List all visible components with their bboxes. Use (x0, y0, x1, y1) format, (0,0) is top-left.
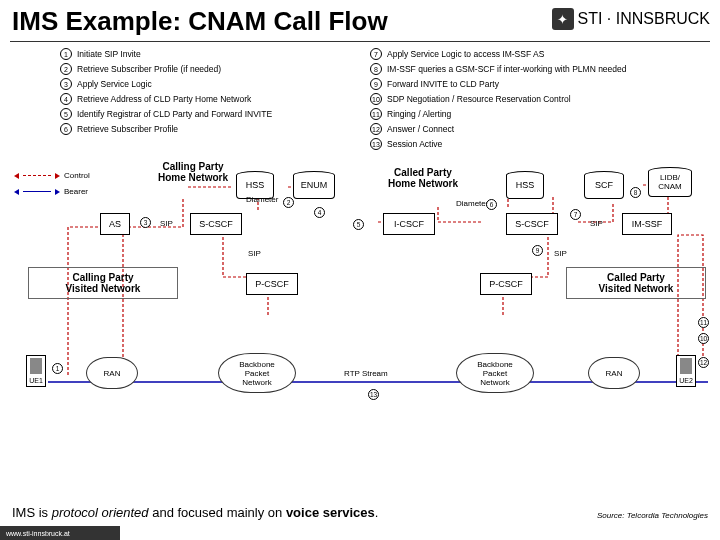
step-text: Forward INVITE to CLD Party (387, 79, 499, 89)
node-ran-2: RAN (588, 357, 640, 389)
step-number: 3 (60, 78, 72, 90)
node-lidb: LIDB/CNAM (648, 167, 692, 197)
source-credit: Source: Telcordia Technologies (597, 511, 708, 520)
step-marker-1: 1 (52, 363, 63, 374)
caption-text: IMS is protocol oriented and focused mai… (12, 505, 378, 520)
label-sip-3: SIP (248, 249, 261, 258)
step-marker-13: 13 (368, 389, 379, 400)
step-number: 11 (370, 108, 382, 120)
step-item: 4Retrieve Address of CLD Party Home Netw… (60, 93, 350, 105)
step-text: Session Active (387, 139, 442, 149)
step-item: 13Session Active (370, 138, 660, 150)
node-scf: SCF (584, 171, 624, 199)
running-icon: ✦ (552, 8, 574, 30)
step-number: 12 (370, 123, 382, 135)
step-item: 2Retrieve Subscriber Profile (if needed) (60, 63, 350, 75)
node-as: AS (100, 213, 130, 235)
node-ran-1: RAN (86, 357, 138, 389)
step-text: Apply Service Logic (77, 79, 152, 89)
node-ue2: UE2 (676, 355, 696, 387)
step-marker-11: 11 (698, 317, 709, 328)
step-text: Initiate SIP Invite (77, 49, 141, 59)
step-text: IM-SSF queries a GSM-SCF if inter-workin… (387, 64, 627, 74)
node-backbone-1: BackbonePacketNetwork (218, 353, 296, 393)
node-s-cscf-2: S-CSCF (506, 213, 558, 235)
step-item: 1Initiate SIP Invite (60, 48, 350, 60)
step-number: 5 (60, 108, 72, 120)
step-item: 9Forward INVITE to CLD Party (370, 78, 660, 90)
step-text: Apply Service Logic to access IM-SSF AS (387, 49, 544, 59)
step-item: 12Answer / Connect (370, 123, 660, 135)
step-item: 7Apply Service Logic to access IM-SSF AS (370, 48, 660, 60)
node-i-cscf: I-CSCF (383, 213, 435, 235)
step-marker-5: 5 (353, 219, 364, 230)
node-enum: ENUM (293, 171, 335, 199)
step-number: 2 (60, 63, 72, 75)
step-marker-6: 6 (486, 199, 497, 210)
node-backbone-2: BackbonePacketNetwork (456, 353, 534, 393)
step-item: 11Ringing / Alerting (370, 108, 660, 120)
label-rtp: RTP Stream (344, 369, 388, 378)
node-p-cscf-1: P-CSCF (246, 273, 298, 295)
step-item: 8IM-SSF queries a GSM-SCF if inter-worki… (370, 63, 660, 75)
step-item: 10SDP Negotiation / Resource Reservation… (370, 93, 660, 105)
step-number: 13 (370, 138, 382, 150)
step-item: 5Identify Registrar of CLD Party and For… (60, 108, 350, 120)
label-calling-visited: Calling PartyVisited Network (28, 267, 178, 299)
step-text: Retrieve Subscriber Profile (77, 124, 178, 134)
step-number: 6 (60, 123, 72, 135)
legend-control: Control (14, 171, 90, 180)
label-calling-home: Calling PartyHome Network (143, 159, 243, 185)
node-p-cscf-2: P-CSCF (480, 273, 532, 295)
step-marker-3: 3 (140, 217, 151, 228)
step-text: Answer / Connect (387, 124, 454, 134)
caption-row: IMS is protocol oriented and focused mai… (12, 505, 708, 520)
logo-text: STI · INNSBRUCK (578, 10, 710, 28)
step-text: Ringing / Alerting (387, 109, 451, 119)
step-marker-10: 10 (698, 333, 709, 344)
step-marker-2: 2 (283, 197, 294, 208)
label-called-visited: Called PartyVisited Network (566, 267, 706, 299)
legend-bearer: Bearer (14, 187, 88, 196)
step-marker-7: 7 (570, 209, 581, 220)
step-number: 9 (370, 78, 382, 90)
step-number: 7 (370, 48, 382, 60)
label-sip-2: SIP (590, 219, 603, 228)
node-s-cscf-1: S-CSCF (190, 213, 242, 235)
step-number: 4 (60, 93, 72, 105)
label-called-home: Called PartyHome Network (373, 165, 473, 191)
step-text: Retrieve Address of CLD Party Home Netwo… (77, 94, 251, 104)
step-marker-4: 4 (314, 207, 325, 218)
step-item: 6Retrieve Subscriber Profile (60, 123, 350, 135)
step-text: Retrieve Subscriber Profile (if needed) (77, 64, 221, 74)
title-divider (10, 41, 710, 42)
step-marker-12: 12 (698, 357, 709, 368)
step-text: SDP Negotiation / Resource Reservation C… (387, 94, 571, 104)
step-number: 8 (370, 63, 382, 75)
brand-logo: ✦ STI · INNSBRUCK (552, 8, 710, 30)
step-text: Identify Registrar of CLD Party and Forw… (77, 109, 272, 119)
step-marker-9: 9 (532, 245, 543, 256)
node-im-ssf: IM-SSF (622, 213, 672, 235)
label-sip-1: SIP (160, 219, 173, 228)
label-diameter-1: Diameter (246, 195, 278, 204)
step-item: 3Apply Service Logic (60, 78, 350, 90)
label-sip-4: SIP (554, 249, 567, 258)
footer-url: www.sti-innsbruck.at (0, 526, 120, 540)
step-number: 1 (60, 48, 72, 60)
step-number: 10 (370, 93, 382, 105)
node-hss-2: HSS (506, 171, 544, 199)
flow-diagram: Control Bearer Calling PartyHome Network… (8, 157, 712, 417)
step-list: 1Initiate SIP Invite2Retrieve Subscriber… (0, 48, 720, 153)
node-ue1: UE1 (26, 355, 46, 387)
step-marker-8: 8 (630, 187, 641, 198)
label-diameter-2: Diameter (456, 199, 488, 208)
